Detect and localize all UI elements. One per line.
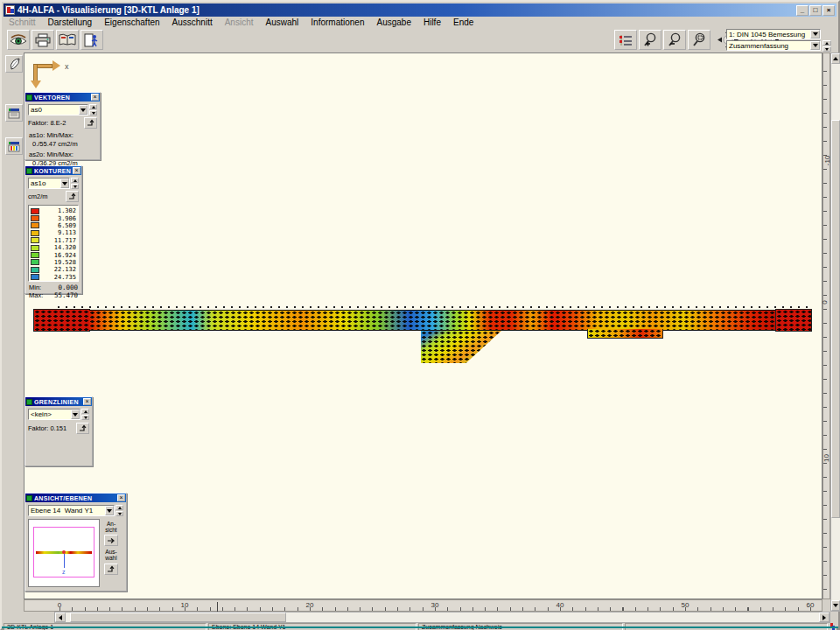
result-spinner[interactable] <box>822 40 831 52</box>
ebene-combo[interactable]: Ebene 14 Wand Y1 <box>28 505 115 516</box>
chevron-down-icon[interactable] <box>60 178 69 188</box>
scroll-up-icon[interactable] <box>831 53 840 64</box>
vektoren-combo[interactable]: as0 <box>28 104 88 116</box>
exit-button[interactable] <box>80 30 103 50</box>
vektoren-as1o-value: 0./55.47 cm2/m <box>32 140 100 148</box>
grenzlinien-combo[interactable]: <kein> <box>28 409 80 420</box>
maximize-button[interactable]: □ <box>809 5 822 16</box>
app-icon <box>5 5 15 15</box>
plot-button[interactable] <box>66 191 79 202</box>
vertical-scroll-thumb[interactable] <box>831 120 840 518</box>
legend-list-icon <box>618 33 634 47</box>
konturen-combo[interactable]: as1o <box>28 178 70 189</box>
vektoren-spinner[interactable] <box>89 104 97 116</box>
print-button[interactable] <box>32 30 54 50</box>
panel-toggle-vektoren-button[interactable] <box>5 104 23 122</box>
result-type-combo[interactable]: Zusammenfassung <box>726 40 821 51</box>
close-icon[interactable]: × <box>117 494 125 501</box>
close-icon[interactable]: × <box>73 167 80 174</box>
visualization-canvas[interactable]: x y VEKTOREN × as0 <box>24 52 822 599</box>
menu-auswahl[interactable]: Auswahl <box>266 18 299 27</box>
ansicht-label: An- sicht <box>105 521 116 533</box>
page-tool-button[interactable] <box>5 55 23 73</box>
scale-value: 3.906 <box>42 215 76 222</box>
panel-ansicht-ebenen: ANSICHT/EBENEN × Ebene 14 Wand Y1 <box>24 493 127 592</box>
konturen-spinner[interactable] <box>71 178 79 189</box>
scale-swatch <box>31 237 39 243</box>
zoom-out-button[interactable] <box>663 30 686 50</box>
panel-ansicht-titlebar[interactable]: ANSICHT/EBENEN × <box>25 494 126 502</box>
panel-title: GRENZLINIEN <box>34 399 83 405</box>
scale-value: 14.320 <box>42 244 76 251</box>
plane-preview[interactable]: z <box>28 519 100 587</box>
minimize-button[interactable]: _ <box>796 5 808 16</box>
chevron-down-icon[interactable] <box>79 105 88 115</box>
menu-ende[interactable]: Ende <box>453 18 473 27</box>
menu-ausschnitt[interactable]: Ausschnitt <box>172 18 213 27</box>
section-mark <box>217 602 218 612</box>
menu-darstellung[interactable]: Darstellung <box>48 18 93 27</box>
panel-vektoren-titlebar[interactable]: VEKTOREN × <box>25 93 100 102</box>
zoom-in-button[interactable] <box>639 30 662 50</box>
chevron-down-icon[interactable] <box>71 410 80 419</box>
origin-axes: x y <box>32 59 72 90</box>
close-button[interactable]: × <box>822 5 835 16</box>
menu-ausgabe[interactable]: Ausgabe <box>376 18 410 27</box>
scroll-left-icon[interactable] <box>55 612 66 622</box>
scale-value: 11.717 <box>42 237 76 244</box>
horizontal-scrollbar[interactable] <box>54 612 830 623</box>
panel-cube-icon <box>26 399 32 405</box>
spin-down-icon[interactable] <box>822 46 831 52</box>
design-case-combo[interactable]: 1: DIN 1045 Bemessung <box>726 29 821 39</box>
scroll-right-icon[interactable] <box>819 612 830 622</box>
vertical-scrollbar[interactable] <box>830 52 840 612</box>
menu-informationen[interactable]: Informationen <box>311 18 364 27</box>
panel-toggle-konturen-button[interactable] <box>5 137 23 155</box>
panel-grenzlinien-titlebar[interactable]: GRENZLINIEN × <box>25 397 92 406</box>
spin-up-icon[interactable] <box>822 40 831 46</box>
zoom-window-button[interactable] <box>688 30 710 50</box>
menu-eigenschaften[interactable]: Eigenschaften <box>104 18 159 27</box>
chevron-down-icon[interactable] <box>105 506 114 515</box>
preview-button[interactable] <box>7 30 30 50</box>
menu-hilfe[interactable]: Hilfe <box>424 18 441 27</box>
x-axis-label: x <box>65 62 69 71</box>
close-icon[interactable]: × <box>91 94 99 101</box>
scale-value: 22.132 <box>42 266 76 273</box>
legend-button[interactable] <box>614 30 637 50</box>
menu-schnitt: Schnitt <box>9 18 36 27</box>
y-axis-arrow <box>33 64 38 81</box>
scroll-down-icon[interactable] <box>831 600 840 611</box>
konturen-unit: cm2/m <box>28 192 48 200</box>
ansicht-button[interactable] <box>104 535 118 546</box>
scale-value: 16.924 <box>42 252 76 259</box>
plot-button[interactable] <box>84 117 97 129</box>
min-value: 0.000 <box>50 284 78 291</box>
vektoren-as1o-label: as1o: Min/Max: <box>29 131 100 139</box>
horizontal-scroll-thumb[interactable] <box>70 612 286 622</box>
book-button[interactable] <box>56 30 79 50</box>
scale-row: 11.717 <box>31 237 76 244</box>
max-label: Max: <box>29 291 50 299</box>
ruler-label: 0 <box>821 300 829 304</box>
plot-button[interactable] <box>76 423 89 434</box>
scale-value: 1.302 <box>42 207 76 214</box>
ruler-label: 40 <box>556 601 564 609</box>
auswahl-button[interactable] <box>104 564 118 575</box>
grenzlinien-spinner[interactable] <box>81 409 89 420</box>
color-scale: 1.302 3.906 6.509 9.113 11.717 14.320 16… <box>28 205 79 282</box>
scale-max-row: Max:55.470 <box>29 291 78 299</box>
ebene-spinner[interactable] <box>116 505 123 516</box>
auswahl-label: Aus- wahl <box>105 549 116 561</box>
scale-value: 24.735 <box>42 274 76 281</box>
chevron-down-icon[interactable] <box>810 30 820 38</box>
chevron-down-icon[interactable] <box>810 41 820 50</box>
konturen-combo-value: as1o <box>31 179 46 187</box>
window-title: 4H-ALFA - Visualisierung [3D-KTL Anlage … <box>18 5 796 15</box>
scale-row: 14.320 <box>31 244 76 251</box>
close-icon[interactable]: × <box>83 398 91 405</box>
toolbar: 1: DIN 1045 Bemessung Zusammenfassung <box>4 28 836 52</box>
panel-konturen-titlebar[interactable]: KONTUREN × <box>25 166 81 175</box>
vektoren-faktor: Faktor: 8.E-2 <box>28 119 66 127</box>
mini-panel-icon <box>8 141 20 152</box>
